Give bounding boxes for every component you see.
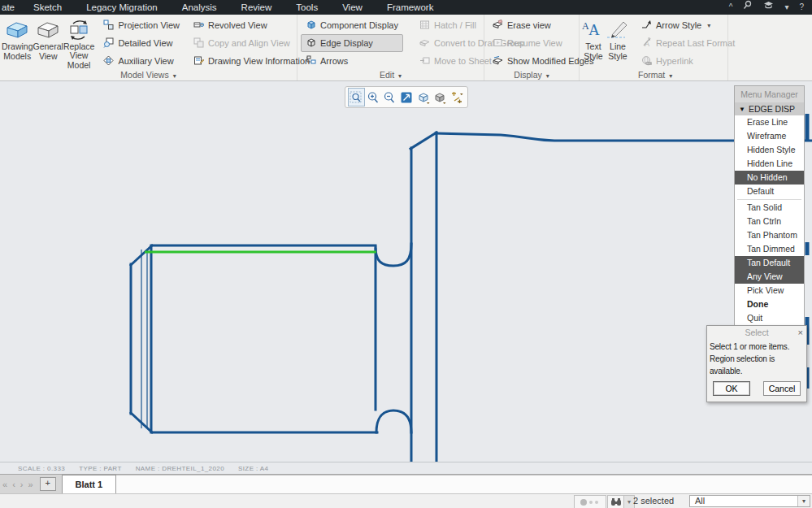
- model-views-group-label[interactable]: Model Views ▾: [0, 70, 297, 80]
- arrow-style-button[interactable]: Arrow Style ▾: [636, 16, 740, 34]
- menu-item-quit[interactable]: Quit: [735, 311, 804, 325]
- refit-button[interactable]: [398, 88, 415, 106]
- close-icon[interactable]: ×: [798, 326, 803, 340]
- cancel-button[interactable]: Cancel: [763, 381, 801, 396]
- select-dialog-body: Select 1 or more items. Region selection…: [707, 340, 806, 378]
- projection-view-button[interactable]: Projection View: [98, 16, 185, 34]
- chevron-down-icon[interactable]: ▾: [797, 496, 810, 506]
- menu-section-edge-disp[interactable]: ▼ EDGE DISP: [735, 102, 804, 115]
- repeat-last-format-label: Repeat Last Format: [656, 38, 735, 48]
- learning-connect-icon[interactable]: [763, 0, 774, 15]
- drawing-view[interactable]: [0, 81, 812, 462]
- sheet-tab-bar: « ‹ › » + Blatt 1: [0, 474, 812, 493]
- help-icon[interactable]: ?: [799, 0, 804, 15]
- menu-item-tan-ctrln[interactable]: Tan Ctrln: [735, 215, 804, 228]
- select-dialog-title[interactable]: Select ×: [707, 326, 806, 340]
- minimize-ribbon-icon[interactable]: ^: [729, 0, 733, 15]
- display-group-label[interactable]: Display ▾: [484, 70, 579, 80]
- drawing-models-icon: [4, 18, 30, 42]
- drawing-view-information-button[interactable]: Drawing View Information: [189, 52, 315, 70]
- tab-annotate-partial[interactable]: ate: [0, 0, 21, 15]
- tab-view[interactable]: View: [330, 0, 375, 15]
- display-style-button[interactable]: [415, 88, 432, 106]
- menu-item-tan-phantom[interactable]: Tan Phantom: [735, 228, 804, 242]
- line-style-button[interactable]: Line Style: [606, 16, 630, 70]
- auxiliary-view-button[interactable]: Auxiliary View: [98, 52, 185, 70]
- projection-view-label: Projection View: [118, 20, 180, 30]
- detailed-view-button[interactable]: Detailed View: [98, 34, 185, 52]
- next-sheet-icon[interactable]: ›: [20, 480, 24, 489]
- add-sheet-button[interactable]: +: [40, 477, 56, 491]
- shaded-style-button[interactable]: [432, 88, 449, 106]
- drawing-canvas[interactable]: [0, 81, 812, 462]
- drawing-name: NAME : DREHTEIL_1_2020: [136, 465, 224, 472]
- edit-group-label[interactable]: Edit ▾: [297, 70, 484, 80]
- menu-item-done[interactable]: Done: [735, 297, 804, 311]
- tab-analysis[interactable]: Analysis: [170, 0, 229, 15]
- sheet-tab-blatt-1[interactable]: Blatt 1: [62, 475, 117, 494]
- first-sheet-icon[interactable]: «: [2, 480, 7, 489]
- previous-sheet-icon[interactable]: ‹: [12, 480, 15, 489]
- general-view-button[interactable]: General View: [33, 16, 63, 70]
- tab-sketch[interactable]: Sketch: [21, 0, 74, 15]
- ribbon: Drawing Models General View Replace View…: [0, 15, 812, 81]
- drawing-models-label: Drawing Models: [2, 42, 33, 61]
- tab-framework[interactable]: Framework: [375, 0, 446, 15]
- menu-section-label: EDGE DISP: [749, 104, 795, 114]
- sheet-tab-empty-area: [116, 475, 812, 493]
- text-style-button[interactable]: AA Text Style: [581, 16, 606, 70]
- move-to-sheet-icon: [419, 55, 430, 67]
- format-group-label[interactable]: Format ▾: [580, 70, 727, 80]
- last-sheet-icon[interactable]: »: [28, 480, 33, 489]
- chevron-down-icon: ▾: [546, 72, 549, 80]
- ok-button[interactable]: OK: [713, 381, 750, 396]
- menu-item-hidden-style[interactable]: Hidden Style: [735, 143, 804, 157]
- zoom-out-button[interactable]: [381, 88, 398, 106]
- select-dialog: Select × Select 1 or more items. Region …: [706, 325, 807, 402]
- menu-item-erase-line[interactable]: Erase Line: [735, 115, 804, 129]
- select-message-2: Region selection is available.: [710, 353, 804, 377]
- auxiliary-view-label: Auxiliary View: [118, 56, 173, 66]
- tab-tools[interactable]: Tools: [284, 0, 330, 15]
- repeat-last-format-button: A Repeat Last Format: [636, 34, 740, 52]
- component-display-label: Component Display: [320, 20, 398, 30]
- edge-display-button[interactable]: Edge Display: [301, 34, 403, 52]
- menu-item-hidden-line[interactable]: Hidden Line: [735, 157, 804, 171]
- component-display-button[interactable]: Component Display: [301, 16, 403, 34]
- copy-and-align-view-label: Copy and Align View: [208, 38, 290, 48]
- zoom-in-button[interactable]: [365, 88, 382, 106]
- menu-manager-title[interactable]: Menu Manager: [735, 86, 804, 102]
- auxiliary-view-icon: [103, 55, 114, 67]
- caret-down-icon[interactable]: ▾: [784, 0, 788, 15]
- datum-display-button[interactable]: [448, 88, 465, 106]
- tab-legacy-migration[interactable]: Legacy Migration: [74, 0, 170, 15]
- selection-filter-dropdown[interactable]: All ▾: [689, 495, 810, 507]
- show-modified-edges-icon: [493, 55, 503, 67]
- revolved-view-icon: [193, 20, 204, 32]
- line-style-label: Line Style: [606, 42, 630, 61]
- revolved-view-label: Revolved View: [208, 20, 267, 30]
- revolved-view-button[interactable]: Revolved View: [189, 16, 315, 34]
- text-style-label: Text Style: [581, 42, 606, 61]
- arrows-icon: [306, 55, 316, 67]
- selection-buffer-indicator[interactable]: [574, 495, 606, 508]
- find-tool-button[interactable]: [607, 495, 625, 508]
- convert-to-draft-group-icon: [419, 37, 430, 50]
- arrows-button[interactable]: Arrows: [301, 52, 403, 70]
- menu-item-tan-default[interactable]: Tan Default: [735, 256, 804, 270]
- text-style-icon: AA: [581, 18, 606, 42]
- menu-item-any-view[interactable]: Any View: [735, 270, 804, 284]
- select-message-1: Select 1 or more items.: [710, 341, 804, 353]
- drawing-size: SIZE : A4: [238, 465, 268, 472]
- tab-review[interactable]: Review: [229, 0, 284, 15]
- drawing-models-button[interactable]: Drawing Models: [2, 16, 33, 70]
- menu-item-tan-solid[interactable]: Tan Solid: [735, 201, 804, 215]
- zoom-region-button[interactable]: [348, 88, 365, 106]
- menu-item-default[interactable]: Default: [735, 185, 804, 198]
- menu-item-pick-view[interactable]: Pick View: [735, 284, 804, 297]
- menu-item-wireframe[interactable]: Wireframe: [735, 129, 804, 143]
- replace-view-model-button[interactable]: Replace View Model: [63, 16, 95, 70]
- menu-item-no-hidden[interactable]: No Hidden: [735, 171, 804, 185]
- command-search-icon[interactable]: [743, 0, 753, 15]
- menu-item-tan-dimmed[interactable]: Tan Dimmed: [735, 242, 804, 256]
